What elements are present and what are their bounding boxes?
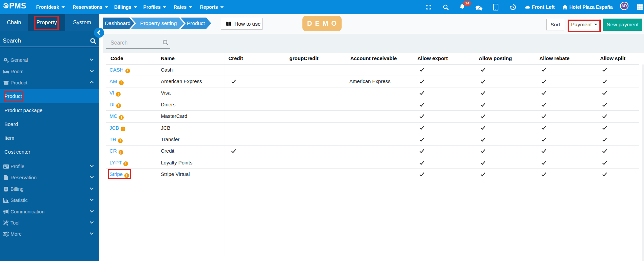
svg-text:u: u bbox=[5, 4, 7, 7]
